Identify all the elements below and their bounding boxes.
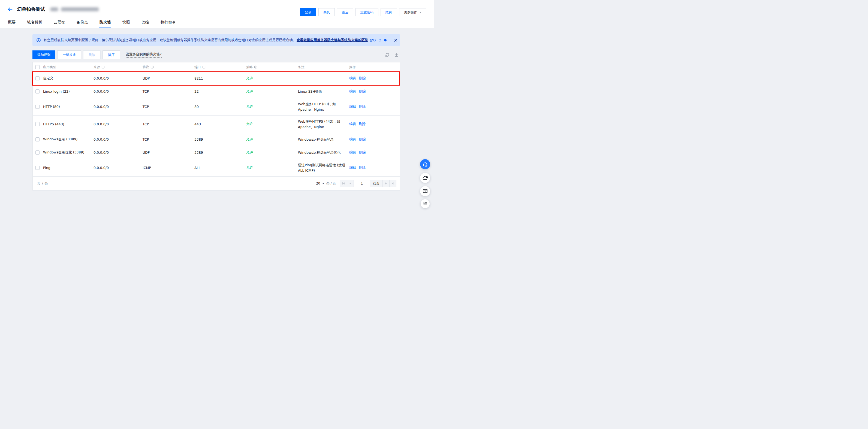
tab-cloud-disk[interactable]: 云硬盘 [54,20,65,28]
tab-snapshot[interactable]: 快照 [122,20,130,28]
next-page-button[interactable] [382,180,390,187]
policy-cell: 允许 [246,104,298,109]
reset-password-button[interactable]: 重置密码 [355,8,378,17]
column-header: 操作 [349,65,400,69]
prev-page-button[interactable] [347,180,354,187]
port-cell-text: ALL [194,166,200,170]
row-checkbox[interactable] [35,150,39,155]
edit-link[interactable]: 编辑 [349,165,356,170]
multi-instance-firewall-hint[interactable]: 设置多台实例的防火墙? [126,52,162,58]
external-link-icon[interactable] [370,38,373,42]
banner-link[interactable]: 查看轻量应用服务器防火墙与系统防火墙的区别 [297,38,368,42]
source-cell-text: 0.0.0.0/0 [94,150,109,155]
app-type-cell: 自定义 [43,76,94,81]
delete-link[interactable]: 删除 [359,76,366,81]
carousel-dot-1[interactable] [373,39,376,41]
delete-link[interactable]: 删除 [359,89,366,94]
edit-link[interactable]: 编辑 [349,150,356,155]
row-checkbox[interactable] [35,76,39,81]
delete-link[interactable]: 删除 [359,104,366,109]
arrow-left-icon [7,6,13,12]
app-type-cell-text: Windows登录 (3389) [43,137,78,142]
delete-link[interactable]: 删除 [359,122,366,126]
tab-overview[interactable]: 概要 [8,20,16,28]
back-button[interactable] [7,6,13,12]
login-button-label: 登录 [305,10,311,15]
header-actions: 登录关机重启重置密码续费更多操作 [300,8,426,17]
column-header: 端口 [194,65,246,69]
remark-text: Linux SSH登录 [298,89,322,94]
app-type-cell-text: Ping [43,166,51,170]
page-input[interactable] [353,180,370,187]
carousel-dot-3[interactable] [384,39,386,41]
row-checkbox-cell [33,89,43,93]
port-cell: 80 [194,105,246,109]
actions-cell: 编辑删除 [349,104,400,109]
edit-link[interactable]: 编辑 [349,137,356,142]
restart-button[interactable]: 重启 [337,8,353,17]
tab-monitor[interactable]: 监控 [141,20,149,28]
more-actions-button[interactable]: 更多操作 [399,8,426,17]
remark-cell: Windows远程桌面登录优化 [298,150,349,155]
policy-cell: 允许 [246,122,298,126]
actions-cell: 编辑删除 [349,150,400,155]
headset-icon [423,162,428,167]
add-rule-button[interactable]: 添加规则 [32,51,55,59]
table-header-row: 应用类型来源协议端口策略备注操作 [33,62,400,72]
tab-bar: 概要域名解析云硬盘备份点防火墙快照监控执行命令 [8,20,187,28]
sort-button[interactable]: 排序 [102,51,120,59]
tab-firewall[interactable]: 防火墙 [99,20,111,28]
delete-link[interactable]: 删除 [359,150,366,155]
edit-link[interactable]: 编辑 [349,122,356,126]
page-size-select[interactable]: 20 条 / 页 [316,181,336,186]
protocol-cell: TCP [143,89,194,93]
delete-link[interactable]: 删除 [359,137,366,142]
column-header-label: 来源 [94,65,105,69]
allow-all-button[interactable]: 一键放通 [57,51,81,59]
refresh-button[interactable] [385,53,390,57]
first-page-button[interactable] [340,180,347,187]
carousel-dot-2[interactable] [379,39,381,41]
select-all-checkbox[interactable] [35,65,39,69]
row-checkbox[interactable] [35,137,39,142]
login-button[interactable]: 登录 [300,8,316,17]
last-page-button[interactable] [389,180,396,187]
port-cell-text: 22 [194,89,199,93]
actions-cell: 编辑删除 [349,122,400,126]
row-checkbox[interactable] [35,105,39,109]
delete-link[interactable]: 删除 [359,165,366,170]
app-type-cell-text: HTTP (80) [43,105,60,109]
notifications-fab[interactable] [420,173,430,183]
source-cell-text: 0.0.0.0/0 [94,76,109,81]
tab-command[interactable]: 执行命令 [160,20,176,28]
edit-link[interactable]: 编辑 [349,76,356,81]
delete-button[interactable]: 删除 [83,51,101,59]
download-button[interactable] [394,53,399,57]
app-type-cell: Windows登录 (3389) [43,137,94,142]
row-checkbox-cell [33,122,43,126]
source-cell: 0.0.0.0/0 [94,76,143,81]
feedback-fab[interactable] [421,199,430,208]
row-checkbox[interactable] [35,166,39,170]
port-cell: 8211 [194,76,246,81]
shutdown-button[interactable]: 关机 [318,8,335,17]
port-cell-text: 8211 [194,76,203,81]
source-cell-text: 0.0.0.0/0 [94,137,109,142]
column-header-text: 策略 [246,65,253,69]
close-icon[interactable] [394,38,398,42]
edit-link[interactable]: 编辑 [349,104,356,109]
info-icon [202,65,206,69]
renew-button[interactable]: 续费 [380,8,397,17]
protocol-cell: TCP [143,137,194,142]
tab-backup[interactable]: 备份点 [76,20,88,28]
page-title: 幻兽帕鲁测试 [17,6,45,12]
row-checkbox[interactable] [35,89,39,93]
port-cell-text: 3389 [194,150,203,155]
row-checkbox[interactable] [35,122,39,126]
banner-text: 如您已经在防火墙页面中配置了规则，但仍无法访问服务器端口或业务应用，建议您检测服… [44,38,296,42]
tab-dns[interactable]: 域名解析 [27,20,42,28]
policy-value: 允许 [246,122,253,126]
edit-link[interactable]: 编辑 [349,89,356,94]
support-fab[interactable] [420,159,430,169]
documentation-fab[interactable] [420,186,430,196]
